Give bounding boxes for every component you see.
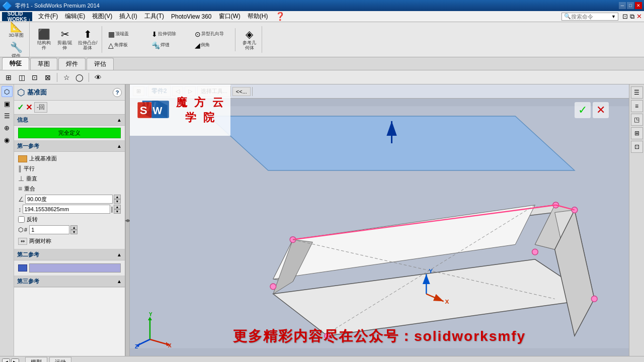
rp-btn5[interactable]: ⊡ (631, 141, 643, 153)
toolbar-cut[interactable]: ⬇ 拉伸切除 (149, 29, 190, 39)
pib-plane-btn[interactable]: ⬡ (2, 86, 13, 97)
sw-icon: 🔷 (2, 1, 12, 11)
menu-photoview[interactable]: PhotoView 360 (168, 12, 215, 21)
toolbar-weld[interactable]: 🔧 焊件 (6, 40, 26, 60)
maximize-icon[interactable]: ⊡ (622, 13, 628, 20)
second-ref-input[interactable] (29, 263, 121, 273)
option-coincident[interactable]: ≡ 重合 (18, 184, 121, 194)
nav-prev-btn[interactable]: ◀ (2, 358, 10, 363)
ref-plane-item[interactable]: 上视基准面 (18, 154, 121, 163)
menu-view[interactable]: 视图(V) (89, 11, 115, 22)
toolbar-expand[interactable]: ⬆ 拉伸凸台/基体 (76, 27, 100, 52)
vp-cancel-button[interactable]: ✕ (593, 102, 609, 118)
tab-sketch[interactable]: 草图 (30, 58, 57, 70)
angle-up-btn[interactable]: ▲ (114, 195, 121, 199)
more-button[interactable]: -回 (34, 102, 47, 113)
count-input[interactable] (29, 225, 69, 234)
pib-btn2[interactable]: ▣ (2, 98, 13, 109)
title-text: 零件1 - SolidWorks Premium 2014 (15, 2, 100, 10)
tb2-btn5[interactable]: ☆ (61, 72, 72, 83)
option-parallel[interactable]: ∥ 平行 (18, 163, 121, 173)
second-ref-chevron-icon: ▲ (117, 252, 122, 257)
first-ref-header[interactable]: 第一参考 ▲ (14, 141, 125, 152)
chamfer-icon: ◢ (195, 41, 200, 49)
tab-weld[interactable]: 焊件 (58, 58, 86, 70)
angle-input[interactable] (25, 195, 113, 204)
second-ref-icon (18, 264, 27, 272)
help-icon[interactable]: ❓ (275, 12, 285, 21)
toolbar-top-cap[interactable]: ▦ 顶端盖 (106, 29, 146, 39)
reverse-label[interactable]: 反转 (27, 216, 38, 223)
tb2-btn6[interactable]: ◯ (74, 72, 85, 83)
nav-next-btn[interactable]: ▶ (11, 358, 19, 363)
maximize-button[interactable]: □ (627, 2, 634, 9)
reverse-checkbox[interactable] (18, 216, 25, 223)
viewport[interactable]: ⊞ 零件2 ◁ ▷ 选择工具... <<... (130, 84, 629, 356)
tab-features[interactable]: 特征 (2, 57, 29, 70)
toolbar-chamfer[interactable]: ◢ 倒角 (193, 40, 233, 50)
info-section-header[interactable]: 信息 ▲ (14, 115, 125, 126)
rp-btn4[interactable]: ⊞ (631, 127, 643, 139)
menu-window[interactable]: 窗口(W) (216, 11, 244, 22)
panel-help-button[interactable]: ? (113, 88, 122, 97)
tb2-btn3[interactable]: ⊡ (29, 72, 40, 83)
pib-btn5[interactable]: ◉ (2, 134, 13, 145)
angle-row: ∠ ▲ ▼ (18, 195, 121, 204)
rp-btn3[interactable]: ◳ (631, 114, 643, 126)
first-ref-title: 第一参考 (17, 142, 39, 150)
menu-help[interactable]: 帮助(H) (245, 11, 271, 22)
tb2-btn1[interactable]: ⊞ (3, 72, 14, 83)
tb2-view-btn[interactable]: 👁 (93, 72, 104, 83)
third-ref-header[interactable]: 第三参考 ▲ (14, 276, 125, 287)
toolbar-crop[interactable]: ✂ 剪裁/延伸 (55, 27, 75, 52)
distance-up-btn[interactable]: ▲ (114, 205, 121, 209)
menu-edit[interactable]: 编辑(E) (62, 11, 88, 22)
angle-down-btn[interactable]: ▼ (114, 199, 121, 204)
panel-resize-handle[interactable]: ◀▶ (126, 84, 130, 356)
confirm-button[interactable]: ✓ (17, 103, 24, 112)
tb2-btn2[interactable]: ◫ (16, 72, 27, 83)
menu-file[interactable]: 文件(F) (35, 11, 61, 22)
count-down-btn[interactable]: ▼ (70, 230, 77, 234)
search-icon: 🔍 (564, 13, 571, 20)
search-input[interactable] (571, 14, 611, 20)
rp-btn2[interactable]: ≡ (631, 100, 643, 112)
distance-icon: ↕ (18, 206, 22, 213)
panel-title: 基准面 (27, 88, 47, 97)
pib-btn3[interactable]: ☰ (2, 110, 13, 121)
first-ref-content: 上视基准面 ∥ 平行 ⊥ 垂直 ≡ 重合 ∠ (14, 152, 125, 249)
tb2-btn4[interactable]: ⊠ (42, 72, 53, 83)
option-perpendicular[interactable]: ⊥ 垂直 (18, 173, 121, 184)
vp-confirm-button[interactable]: ✓ (575, 102, 591, 118)
svg-text:S: S (140, 104, 147, 117)
tab-evaluate[interactable]: 评估 (87, 58, 114, 70)
symmetric-icon: ⇔ (18, 238, 27, 245)
toolbar-struct[interactable]: ⬛ 结构构件 (34, 27, 54, 52)
cancel-button[interactable]: ✕ (26, 103, 32, 112)
restore-icon[interactable]: ⧉ (630, 13, 634, 21)
brand-text: 魔 方 云 学 院 (174, 95, 227, 125)
symmetric-row: ⇔ 两侧对称 (18, 235, 121, 247)
search-dropdown-icon[interactable]: ▼ (611, 14, 616, 19)
pib-btn4[interactable]: ⊕ (2, 122, 13, 133)
tab-motion[interactable]: 运动 (49, 357, 71, 363)
vp-nav3[interactable]: <<... (232, 87, 251, 96)
close-app-icon[interactable]: ✕ (636, 13, 642, 20)
distance-input[interactable] (23, 205, 110, 214)
tab-model[interactable]: 模型 (25, 357, 47, 363)
distance-down-btn[interactable]: ▼ (114, 209, 121, 214)
menu-tools[interactable]: 工具(T) (141, 11, 167, 22)
toolbar-weld-btn[interactable]: 🔩 焊缝 (149, 40, 190, 50)
minimize-button[interactable]: ─ (619, 2, 626, 9)
toolbar-3d-sketch[interactable]: 📐 3D草图 (6, 20, 26, 39)
toolbar-hole[interactable]: ⊙ 异型孔向导 (193, 29, 233, 39)
second-ref-header[interactable]: 第二参考 ▲ (14, 249, 125, 260)
rp-btn1[interactable]: ☰ (631, 86, 643, 99)
count-up-btn[interactable]: ▲ (70, 225, 77, 230)
second-ref-item[interactable] (18, 262, 121, 274)
menu-insert[interactable]: 插入(I) (116, 11, 140, 22)
toolbar-corner[interactable]: △ 角撑板 (106, 40, 146, 50)
toolbar-ref-geo[interactable]: ◈ 参考几何体 (239, 27, 260, 52)
angle-spinner: ▲ ▼ (114, 195, 121, 204)
close-button[interactable]: ✕ (635, 2, 642, 9)
